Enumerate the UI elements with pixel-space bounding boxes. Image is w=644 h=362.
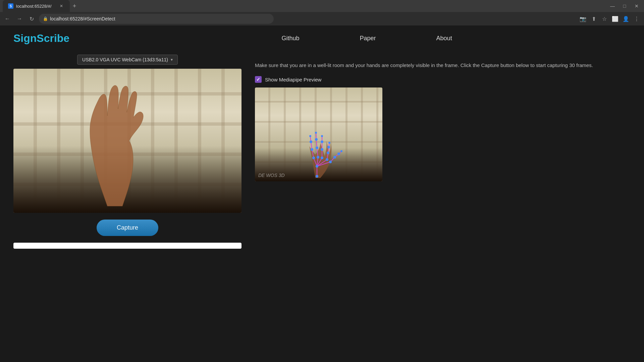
tab-bar: S localhost:65228/#/ ✕ +	[3, 0, 79, 12]
svg-point-25	[310, 140, 312, 143]
tab-close-button[interactable]: ✕	[58, 3, 64, 9]
skeleton-svg	[255, 87, 382, 181]
app-header: SignScribe Github Paper About	[13, 32, 631, 45]
show-mediapipe-checkbox[interactable]: ✓	[255, 76, 262, 83]
browser-titlebar: S localhost:65228/#/ ✕ + — □ ✕	[0, 0, 644, 12]
maximize-button[interactable]: □	[620, 1, 629, 11]
browser-toolbar-icons: 📷 ⬆ ☆ ⬜ 👤 ⋮	[578, 14, 641, 23]
share-icon[interactable]: ⬆	[589, 14, 598, 23]
profile-icon[interactable]: 👤	[621, 14, 631, 23]
tab-title: localhost:65228/#/	[16, 4, 52, 9]
svg-point-38	[328, 142, 330, 144]
video-feed-container	[13, 69, 241, 213]
nav-links: Github Paper About	[103, 35, 631, 42]
svg-point-42	[340, 150, 342, 152]
minimize-button[interactable]: —	[608, 1, 617, 11]
svg-point-23	[312, 157, 315, 159]
browser-toolbar: ← → ↻ 🔒 localhost:65228/#ScreenDetect 📷 …	[0, 12, 644, 25]
preview-scene: DE WOS 3D	[255, 87, 382, 181]
github-link[interactable]: Github	[282, 35, 300, 42]
capture-button-container: Capture	[13, 220, 241, 236]
bookmark-icon[interactable]: ☆	[600, 14, 609, 23]
lock-icon: 🔒	[43, 16, 48, 21]
svg-point-41	[337, 153, 340, 155]
active-tab[interactable]: S localhost:65228/#/ ✕	[3, 0, 70, 12]
svg-point-24	[311, 148, 313, 151]
browser-chrome: S localhost:65228/#/ ✕ + — □ ✕ ← → ↻ 🔒 l…	[0, 0, 644, 25]
back-button[interactable]: ←	[3, 14, 12, 23]
refresh-button[interactable]: ↻	[27, 14, 36, 23]
camera-icon[interactable]: 📷	[578, 14, 588, 23]
svg-point-35	[326, 158, 328, 161]
svg-point-31	[321, 157, 323, 159]
checkbox-check-icon: ✓	[256, 77, 260, 82]
preview-overlay-text: DE WOS 3D	[258, 173, 285, 178]
svg-point-26	[309, 135, 311, 137]
svg-point-22	[316, 165, 318, 168]
svg-point-30	[315, 132, 317, 134]
sidebar-icon[interactable]: ⬜	[610, 14, 620, 23]
main-content: USB2.0 VGA UVC WebCam (13d3:5a11) ▾	[13, 55, 631, 249]
svg-point-21	[316, 175, 318, 178]
svg-point-28	[316, 146, 318, 149]
show-mediapipe-label: Show Mediapipe Preview	[265, 77, 321, 82]
svg-point-37	[327, 146, 330, 148]
svg-point-36	[327, 152, 329, 154]
tab-favicon: S	[8, 3, 13, 9]
app-logo: SignScribe	[13, 32, 69, 45]
forward-button[interactable]: →	[15, 14, 24, 23]
svg-point-33	[321, 140, 323, 143]
hand-svg	[74, 79, 174, 213]
mediapipe-preview: DE WOS 3D	[255, 87, 382, 181]
camera-dropdown-value: USB2.0 VGA UVC WebCam (13d3:5a11)	[82, 57, 168, 62]
svg-point-39	[329, 161, 332, 163]
show-mediapipe-row: ✓ Show Mediapipe Preview	[255, 76, 631, 83]
camera-dropdown[interactable]: USB2.0 VGA UVC WebCam (13d3:5a11) ▾	[77, 55, 178, 65]
svg-point-29	[315, 138, 318, 141]
camera-selector-container: USB2.0 VGA UVC WebCam (13d3:5a11) ▾	[13, 55, 241, 65]
svg-point-32	[321, 148, 323, 151]
instructions-text: Make sure that you are in a well-lit roo…	[255, 61, 631, 69]
progress-bar-container	[13, 243, 241, 249]
paper-link[interactable]: Paper	[360, 35, 376, 42]
app-container: SignScribe Github Paper About USB2.0 VGA…	[0, 25, 644, 255]
hand-scene	[13, 69, 241, 213]
svg-point-34	[321, 135, 323, 137]
about-link[interactable]: About	[436, 35, 452, 42]
svg-point-40	[333, 156, 336, 159]
left-panel: USB2.0 VGA UVC WebCam (13d3:5a11) ▾	[13, 55, 241, 249]
capture-button[interactable]: Capture	[97, 220, 158, 236]
menu-icon[interactable]: ⋮	[632, 14, 641, 23]
url-text: localhost:65228/#ScreenDetect	[50, 16, 115, 21]
dropdown-arrow-icon: ▾	[171, 57, 173, 62]
address-bar[interactable]: 🔒 localhost:65228/#ScreenDetect	[39, 14, 274, 24]
svg-point-27	[317, 156, 319, 159]
new-tab-button[interactable]: +	[70, 1, 79, 11]
close-window-button[interactable]: ✕	[632, 1, 641, 11]
right-panel: Make sure that you are in a well-lit roo…	[255, 55, 631, 181]
